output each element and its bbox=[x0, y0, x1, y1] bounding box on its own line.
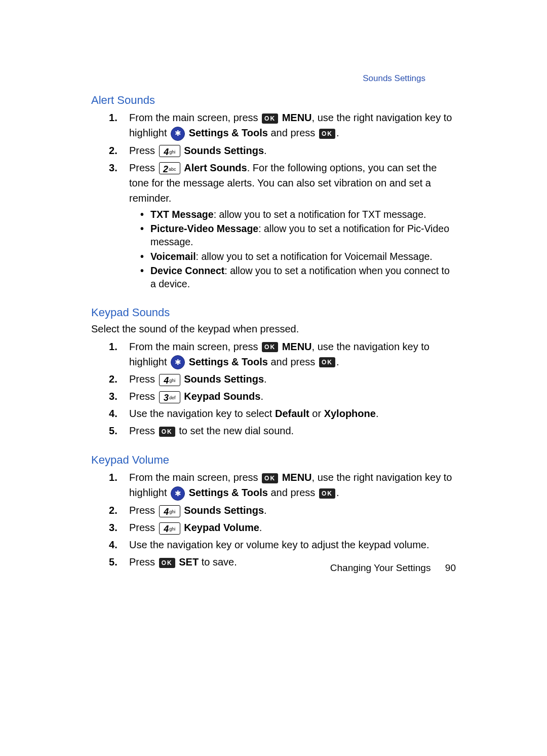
step-4: Use the navigation key to select Default… bbox=[119, 406, 456, 421]
section-title-keypad-volume: Keypad Volume bbox=[91, 453, 456, 467]
default-label: Default bbox=[275, 408, 309, 419]
step-3: Press 4ghi Keypad Volume. bbox=[119, 520, 456, 535]
step-3: Press 2abc Alert Sounds. For the followi… bbox=[119, 160, 456, 291]
menu-label: MENU bbox=[282, 112, 312, 123]
text: and press bbox=[268, 487, 318, 498]
key-4-icon: 4ghi bbox=[159, 374, 180, 386]
text: . bbox=[264, 505, 267, 516]
step-2: Press 4ghi Sounds Settings. bbox=[119, 503, 456, 518]
step-2: Press 4ghi Sounds Settings. bbox=[119, 371, 456, 387]
keypad-volume-label: Keypad Volume bbox=[184, 522, 259, 533]
text: Press bbox=[129, 373, 158, 385]
header-section-link[interactable]: Sounds Settings bbox=[363, 73, 425, 84]
ok-key-icon: OK bbox=[319, 129, 335, 139]
step-1: From the main screen, press OK MENU, use… bbox=[119, 339, 456, 370]
step-1: From the main screen, press OK MENU, use… bbox=[119, 470, 456, 501]
menu-label: MENU bbox=[282, 341, 312, 352]
steps-alert-sounds: From the main screen, press OK MENU, use… bbox=[119, 110, 456, 291]
section-title-keypad-sounds: Keypad Sounds bbox=[91, 306, 456, 319]
sounds-settings-label: Sounds Settings bbox=[184, 505, 264, 516]
text: . bbox=[259, 522, 262, 533]
settings-tools-icon: ✱ bbox=[171, 127, 185, 141]
steps-keypad-volume: From the main screen, press OK MENU, use… bbox=[119, 470, 456, 570]
text: Use the navigation key or volume key to … bbox=[129, 539, 429, 550]
sounds-settings-label: Sounds Settings bbox=[184, 145, 264, 156]
alert-sounds-label: Alert Sounds bbox=[184, 162, 247, 173]
text: Press bbox=[129, 505, 158, 516]
text: Press bbox=[129, 162, 158, 173]
text: and press bbox=[268, 127, 318, 138]
list-item: Voicemail: allow you to set a notificati… bbox=[143, 250, 456, 263]
text: to set the new dial sound. bbox=[179, 425, 294, 436]
picture-video-label: Picture-Video Message bbox=[150, 223, 258, 234]
section-title-alert-sounds: Alert Sounds bbox=[91, 94, 456, 107]
ok-key-icon: OK bbox=[262, 473, 278, 483]
step-2: Press 4ghi Sounds Settings. bbox=[119, 143, 456, 158]
text: . bbox=[376, 408, 379, 419]
text: . bbox=[336, 487, 339, 498]
text: From the main screen, press bbox=[129, 472, 261, 483]
keypad-sounds-label: Keypad Sounds bbox=[184, 391, 260, 402]
text: : allow you to set a notification for Vo… bbox=[196, 251, 433, 262]
xylophone-label: Xylophone bbox=[324, 408, 376, 419]
step-3: Press 3def Keypad Sounds. bbox=[119, 389, 456, 404]
key-4-icon: 4ghi bbox=[159, 505, 180, 517]
list-item: Picture-Video Message: allow you to set … bbox=[143, 222, 456, 249]
step-5: Press OK to set the new dial sound. bbox=[119, 423, 456, 438]
ok-key-icon: OK bbox=[159, 427, 175, 437]
list-item: Device Connect: allow you to set a notif… bbox=[143, 264, 456, 291]
text: . bbox=[336, 127, 339, 138]
steps-keypad-sounds: From the main screen, press OK MENU, use… bbox=[119, 339, 456, 439]
settings-tools-label: Settings & Tools bbox=[189, 127, 268, 138]
text: Press bbox=[129, 145, 158, 156]
key-3-icon: 3def bbox=[159, 391, 180, 403]
text: : allow you to set a notification for TX… bbox=[214, 209, 426, 220]
settings-tools-label: Settings & Tools bbox=[189, 356, 268, 367]
key-4-icon: 4ghi bbox=[159, 145, 180, 157]
text: . bbox=[264, 145, 267, 156]
ok-key-icon: OK bbox=[262, 342, 278, 352]
sounds-settings-label: Sounds Settings bbox=[184, 373, 264, 385]
menu-label: MENU bbox=[282, 472, 312, 483]
text: Press bbox=[129, 425, 158, 436]
keypad-sounds-lead: Select the sound of the keypad when pres… bbox=[91, 322, 456, 336]
text: . bbox=[260, 391, 263, 402]
text: Press bbox=[129, 522, 158, 533]
key-4-icon: 4ghi bbox=[159, 522, 180, 535]
alert-options-list: TXT Message: allow you to set a notifica… bbox=[143, 208, 456, 291]
manual-page: Sounds Settings Alert Sounds From the ma… bbox=[91, 73, 456, 572]
text: From the main screen, press bbox=[129, 341, 261, 352]
voicemail-label: Voicemail bbox=[150, 251, 196, 262]
settings-tools-icon: ✱ bbox=[171, 486, 185, 501]
device-connect-label: Device Connect bbox=[150, 265, 224, 276]
ok-key-icon: OK bbox=[319, 488, 335, 499]
text: From the main screen, press bbox=[129, 112, 261, 123]
text: and press bbox=[268, 356, 318, 367]
text: Use the navigation key to select bbox=[129, 408, 275, 419]
ok-key-icon: OK bbox=[319, 357, 335, 367]
page-number: 90 bbox=[445, 562, 456, 573]
txt-message-label: TXT Message bbox=[150, 209, 214, 220]
key-2-icon: 2abc bbox=[159, 162, 180, 174]
step-4: Use the navigation key or volume key to … bbox=[119, 537, 456, 552]
step-1: From the main screen, press OK MENU, use… bbox=[119, 110, 456, 141]
list-item: TXT Message: allow you to set a notifica… bbox=[143, 208, 456, 221]
settings-tools-label: Settings & Tools bbox=[189, 487, 268, 498]
text: . bbox=[336, 356, 339, 367]
text: Press bbox=[129, 391, 158, 402]
settings-tools-icon: ✱ bbox=[171, 355, 185, 369]
text: . bbox=[264, 373, 267, 385]
page-footer: Changing Your Settings 90 bbox=[91, 562, 456, 574]
footer-section-name: Changing Your Settings bbox=[330, 562, 431, 573]
text: or bbox=[309, 408, 324, 419]
ok-key-icon: OK bbox=[262, 114, 278, 124]
